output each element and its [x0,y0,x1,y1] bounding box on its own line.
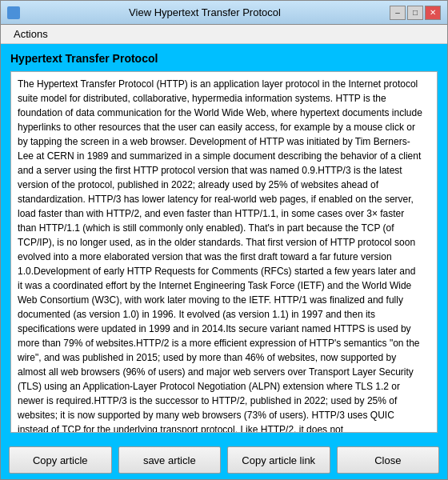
actions-menu[interactable]: Actions [7,26,54,42]
article-body[interactable]: The Hypertext Transfer Protocol (HTTP) i… [11,72,437,432]
button-bar: Copy article save article Copy article l… [1,441,447,479]
content-area: Hypertext Transfer Protocol The Hypertex… [1,44,447,441]
window-title: View Hypertext Transfer Protocol [20,6,390,18]
article-text-container: The Hypertext Transfer Protocol (HTTP) i… [10,71,438,433]
title-bar: View Hypertext Transfer Protocol – □ ✕ [1,1,447,25]
minimize-button[interactable]: – [390,6,406,20]
window-icon [7,6,20,19]
window-close-button[interactable]: ✕ [425,6,441,20]
article-title: Hypertext Transfer Protocol [10,52,438,65]
menu-bar: Actions [1,25,447,44]
copy-article-button[interactable]: Copy article [9,446,112,474]
main-window: View Hypertext Transfer Protocol – □ ✕ A… [0,0,448,480]
save-article-button[interactable]: save article [118,446,222,474]
copy-article-link-button[interactable]: Copy article link [227,446,330,474]
window-controls: – □ ✕ [390,6,441,20]
maximize-button[interactable]: □ [407,6,423,20]
close-button[interactable]: Close [337,446,440,474]
